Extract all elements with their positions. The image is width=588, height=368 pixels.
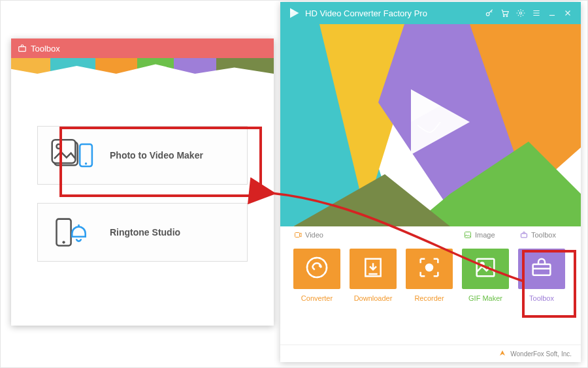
section-video-label: Video (305, 231, 323, 239)
downloader-button[interactable]: Downloader (350, 249, 397, 302)
svg-rect-11 (465, 232, 471, 238)
gif-maker-button[interactable]: GIF Maker (462, 249, 509, 302)
toolbox-titlebar: Toolbox (11, 38, 274, 58)
section-toolbox-label: Toolbox (531, 231, 556, 239)
toolbox-hero-graphic (11, 58, 274, 74)
recorder-button[interactable]: Recorder (406, 249, 453, 302)
app-title: HD Video Converter Factory Pro (305, 8, 427, 18)
svg-point-18 (481, 263, 484, 266)
converter-label: Converter (293, 294, 340, 302)
downloader-label: Downloader (350, 294, 397, 302)
svg-rect-22 (52, 140, 76, 163)
ringtone-icon (50, 214, 97, 251)
downloader-icon (360, 254, 386, 283)
svg-point-25 (85, 162, 87, 164)
photo-to-video-icon (50, 137, 97, 174)
close-icon[interactable] (560, 3, 576, 23)
section-video: Video (293, 230, 463, 239)
ringtone-label: Ringtone Studio (110, 227, 180, 238)
app-logo-icon (288, 7, 300, 19)
recorder-label: Recorder (406, 294, 453, 302)
menu-icon[interactable] (529, 3, 544, 23)
svg-point-0 (486, 12, 489, 16)
section-image: Image (463, 230, 519, 239)
toolbox-section-icon (519, 230, 529, 239)
gif-label: GIF Maker (462, 294, 509, 302)
key-icon[interactable] (482, 3, 497, 23)
section-image-label: Image (475, 231, 495, 239)
video-section-icon (293, 230, 302, 239)
converter-icon (304, 254, 330, 283)
toolbox-tile-icon (529, 254, 555, 283)
photo-to-video-item[interactable]: Photo to Video Maker (37, 126, 248, 185)
toolbox-label: Toolbox (518, 294, 565, 302)
gear-icon[interactable] (513, 3, 529, 23)
svg-rect-10 (295, 233, 300, 238)
footer: WonderFox Soft, Inc. (280, 345, 581, 362)
cart-icon[interactable] (497, 3, 513, 23)
svg-rect-17 (477, 259, 495, 277)
ringtone-studio-item[interactable]: Ringtone Studio (37, 203, 248, 262)
converter-button[interactable]: Converter (293, 249, 340, 302)
section-headers: Video Image Toolbox (280, 226, 581, 239)
gif-icon (472, 254, 498, 283)
toolbox-button[interactable]: Toolbox (518, 249, 565, 302)
svg-point-1 (503, 16, 504, 17)
wonderfox-logo-icon (498, 349, 506, 358)
svg-point-3 (519, 12, 522, 14)
svg-rect-19 (533, 264, 551, 275)
toolbox-title-icon (18, 44, 27, 53)
svg-point-27 (62, 241, 65, 243)
footer-text: WonderFox Soft, Inc. (510, 350, 572, 358)
minimize-icon[interactable] (544, 3, 560, 23)
toolbox-body: Photo to Video Maker Ringtone Studio (11, 74, 274, 288)
toolbox-dialog: Toolbox Photo to Video Maker (11, 38, 274, 326)
main-app-window: HD Video Converter Factory Pro Vi (280, 2, 581, 362)
image-section-icon (463, 230, 472, 239)
recorder-icon (416, 254, 442, 283)
svg-rect-12 (521, 234, 527, 238)
hero-graphic (280, 24, 581, 226)
section-toolbox: Toolbox (519, 230, 556, 239)
tool-row: Converter Downloader Recorder GIF Maker … (280, 239, 581, 309)
photo-to-video-label: Photo to Video Maker (110, 150, 203, 161)
svg-point-16 (426, 264, 433, 271)
svg-point-2 (506, 16, 508, 17)
svg-rect-20 (19, 47, 26, 52)
toolbox-dialog-title: Toolbox (31, 44, 60, 54)
main-titlebar: HD Video Converter Factory Pro (280, 2, 581, 24)
